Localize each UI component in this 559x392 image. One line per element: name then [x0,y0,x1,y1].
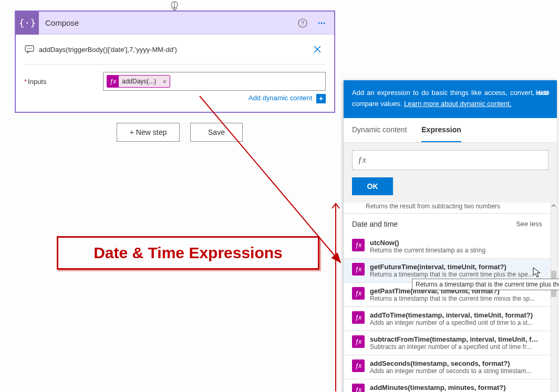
more-menu-icon[interactable] [312,14,331,33]
fx-icon: ƒx [107,75,119,88]
chat-icon [24,45,35,54]
hide-panel-button[interactable]: Hide [535,88,550,99]
fx-icon: ƒx [352,239,365,251]
token-label: addDays(...) [119,78,159,85]
fn-item-utcnow[interactable]: ƒx utcNow() Returns the current timestam… [344,235,551,259]
fx-icon: ƒx [352,384,365,392]
sparkle-icon[interactable] [316,94,326,103]
svg-text:?: ? [301,20,304,26]
fx-icon: ƒx [352,335,365,348]
add-dynamic-content-link[interactable]: Add dynamic content [249,94,312,102]
svg-point-4 [321,22,323,24]
expression-token[interactable]: ƒx addDays(...) × [107,75,170,88]
fn-item-addtotime[interactable]: ƒx addToTime(timestamp, interval, timeUn… [344,307,551,331]
panel-help-banner: Add an expression to do basic things lik… [344,80,557,118]
fn-desc: Adds an integer number of seconds to a s… [370,367,542,375]
inputs-field[interactable]: ƒx addDays(...) × [103,72,326,91]
panel-tabs: Dynamic content Expression [344,118,557,143]
card-title: Compose [39,18,293,27]
fn-item-addseconds[interactable]: ƒx addSeconds(timestamp, seconds, format… [344,355,551,379]
svg-point-5 [324,22,325,24]
fn-desc: Returns a timestamp that is the current … [370,295,542,302]
compose-action-card: {·} Compose ? addDays(triggerBody()['dat… [15,10,335,113]
expression-preview-row: addDays(triggerBody()['date'],7,'yyyy-MM… [24,41,326,65]
svg-point-8 [29,48,30,49]
fn-name: addMinutes(timestamp, minutes, format?) [370,384,542,391]
svg-point-7 [27,48,28,49]
card-header: {·} Compose ? [16,12,334,35]
section-header-datetime: Date and time See less [344,214,551,235]
fn-desc: Subtracts an integer number of a specifi… [370,343,542,351]
fn-item-subtractfromtime[interactable]: ƒx subtractFromTime(timestamp, interval,… [344,331,551,355]
section-title: Date and time [352,220,398,228]
previous-function-tail: Returns the result from subtracting two … [344,203,551,214]
cursor-icon [532,267,543,280]
svg-point-3 [318,22,320,24]
tab-dynamic-content[interactable]: Dynamic content [352,118,407,142]
token-remove-button[interactable]: × [159,78,170,86]
expression-input[interactable]: ƒx [352,150,548,170]
annotation-text: Date & Time Expressions [94,244,283,262]
help-icon[interactable]: ? [293,14,312,33]
inputs-label: *Inputs [24,78,103,86]
fx-icon: ƒx [352,263,365,276]
fn-desc: Returns a timestamp that is the current … [370,271,542,278]
expression-panel: Add an expression to do basic things lik… [344,80,557,392]
functions-scroll-region: Returns the result from subtracting two … [344,203,557,392]
learn-more-link[interactable]: Learn more about dynamic content. [404,100,512,108]
compose-icon: {·} [16,12,39,35]
fx-prefix-icon: ƒx [353,155,371,165]
fx-icon: ƒx [352,311,365,324]
fn-name: getFutureTime(interval, timeUnit, format… [370,263,542,271]
scrollbar[interactable] [551,203,557,392]
see-less-link[interactable]: See less [516,220,542,228]
fx-icon: ƒx [352,359,365,372]
flow-arrow-down-icon [167,1,182,12]
scroll-up-icon[interactable] [551,203,557,209]
fn-desc: Adds an integer number of a specified un… [370,319,542,326]
fx-icon: ƒx [352,287,365,300]
expression-clear-button[interactable] [309,41,326,58]
fn-name: subtractFromTime(timestamp, interval, ti… [370,335,542,343]
annotation-callout: Date & Time Expressions [57,236,319,270]
fn-name: utcNow() [370,239,542,247]
new-step-button[interactable]: + New step [117,123,180,142]
ok-button[interactable]: OK [352,177,393,195]
tab-expression[interactable]: Expression [421,118,461,142]
tooltip: Returns a timestamp that is the current … [412,279,559,290]
fn-desc: Returns the current timestamp as a strin… [370,247,542,254]
svg-point-9 [30,48,32,49]
expression-preview-text: addDays(triggerBody()['date'],7,'yyyy-MM… [35,46,309,54]
fn-name: addSeconds(timestamp, seconds, format?) [370,359,542,367]
fn-item-addminutes[interactable]: ƒx addMinutes(timestamp, minutes, format… [344,379,551,392]
save-button[interactable]: Save [190,123,243,142]
fn-name: addToTime(timestamp, interval, timeUnit,… [370,311,542,319]
